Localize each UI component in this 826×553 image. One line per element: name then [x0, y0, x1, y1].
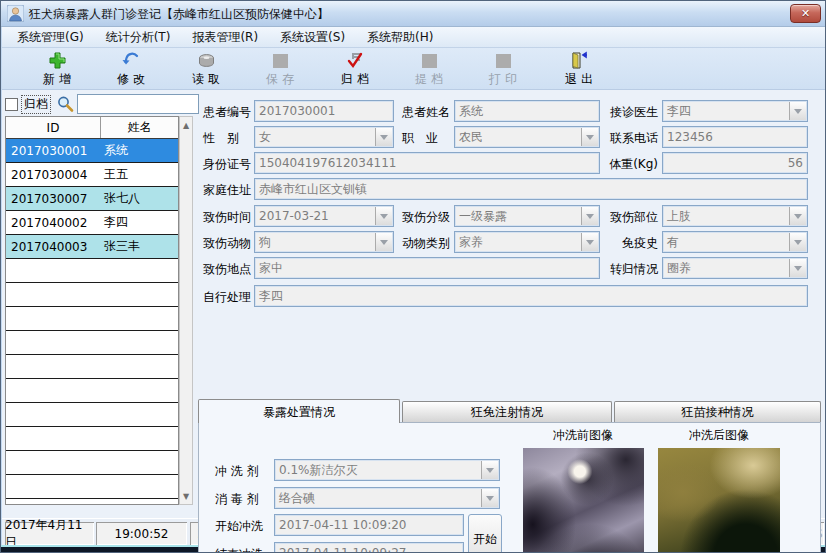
injury-time-select[interactable]: 2017-03-21 [254, 205, 394, 227]
search-icon[interactable] [54, 94, 75, 114]
chevron-down-icon [581, 128, 598, 146]
menu-help[interactable]: 系统帮助(H) [356, 27, 444, 48]
retrieve-icon [419, 51, 439, 70]
table-row[interactable]: 2017030001 系统 [6, 139, 178, 163]
menu-reports[interactable]: 报表管理(R) [181, 27, 269, 48]
empty-row [6, 331, 178, 355]
table-row[interactable]: 2017040003 张三丰 [6, 235, 178, 259]
chevron-down-icon [789, 259, 806, 277]
app-window: 狂犬病暴露人群门诊登记【赤峰市红山区预防保健中心】 ✕ 系统管理(G) 统计分析… [0, 0, 826, 553]
outcome-label: 转归情况 [598, 261, 658, 279]
weight-field[interactable]: 56 [662, 152, 808, 174]
column-header-name[interactable]: 姓名 [101, 117, 178, 138]
before-image-label: 冲洗前图像 [528, 427, 638, 444]
add-button[interactable]: 新 增 [28, 51, 86, 88]
rinse-start-field[interactable]: 2017-04-11 10:09:20 [274, 514, 464, 536]
disinfectant-select[interactable]: 络合碘 [274, 487, 500, 509]
empty-row [6, 307, 178, 331]
gender-label: 性 别 [203, 130, 239, 148]
menu-statistics[interactable]: 统计分析(T) [95, 27, 182, 48]
weight-label: 体重(Kg) [598, 156, 658, 174]
id-card-label: 身份证号 [203, 156, 251, 174]
injury-part-select[interactable]: 上肢 [662, 205, 808, 227]
add-icon [47, 51, 67, 70]
self-treatment-field[interactable]: 李四 [254, 285, 808, 307]
menu-system-management[interactable]: 系统管理(G) [6, 27, 95, 48]
table-scrollbar[interactable]: ▲ ▼ [179, 116, 193, 505]
rinse-start-label: 开始冲洗 [215, 518, 263, 536]
patient-name-field[interactable]: 系统 [454, 100, 600, 122]
injury-animal-select[interactable]: 狗 [254, 231, 394, 253]
retrieve-button: 提 档 [400, 51, 458, 88]
rinse-end-field[interactable]: 2017-04-11 10:09:27 [274, 542, 464, 553]
archive-button[interactable]: 归 档 [326, 51, 384, 88]
empty-row [6, 451, 178, 475]
modify-button[interactable]: 修 改 [102, 51, 160, 88]
injury-place-field[interactable]: 家中 [254, 257, 600, 279]
immunity-select[interactable]: 有 [662, 231, 808, 253]
outcome-select[interactable]: 圈养 [662, 257, 808, 279]
start-rinse-button[interactable]: 开始 [468, 514, 502, 553]
id-card-field[interactable]: 150404197612034111 [254, 152, 600, 174]
empty-row [6, 259, 178, 283]
print-button: 打 印 [474, 51, 532, 88]
animal-type-select[interactable]: 家养 [454, 231, 600, 253]
injury-grade-select[interactable]: 一级暴露 [454, 205, 600, 227]
save-icon [270, 51, 290, 70]
modify-icon [121, 51, 141, 70]
table-row[interactable]: 2017030004 王五 [6, 163, 178, 187]
empty-row [6, 355, 178, 379]
close-button[interactable]: ✕ [790, 4, 821, 23]
window-title: 狂犬病暴露人群门诊登记【赤峰市红山区预防保健中心】 [29, 6, 329, 23]
tab-immunoglobulin-injection[interactable]: 狂免注射情况 [402, 401, 612, 422]
table-row[interactable]: 2017030007 张七八 [6, 187, 178, 211]
toolbar: 新 增 修 改 读 取 保 存 归 档 提 档 [2, 48, 826, 90]
chevron-down-icon [481, 489, 498, 507]
chevron-down-icon [789, 233, 806, 251]
chevron-down-icon [375, 207, 392, 225]
patient-table: ID 姓名 2017030001 系统 2017030004 王五 201703… [5, 116, 179, 505]
tab-exposure-treatment[interactable]: 暴露处置情况 [198, 399, 400, 423]
column-header-id[interactable]: ID [6, 117, 101, 138]
chevron-down-icon [789, 102, 806, 120]
phone-field[interactable]: 123456 [662, 126, 808, 148]
menubar: 系统管理(G) 统计分析(T) 报表管理(R) 系统设置(S) 系统帮助(H) [2, 27, 826, 48]
rinse-agent-label: 冲 洗 剂 [215, 463, 259, 481]
exit-button[interactable]: 退 出 [550, 51, 608, 88]
print-icon [493, 51, 513, 70]
injury-animal-label: 致伤动物 [203, 235, 251, 253]
read-icon [196, 51, 216, 70]
table-header: ID 姓名 [6, 117, 178, 139]
self-treatment-label: 自行处理 [203, 289, 251, 307]
after-rinse-image [658, 448, 780, 553]
injury-grade-label: 致伤分级 [402, 209, 450, 227]
menu-settings[interactable]: 系统设置(S) [269, 27, 356, 48]
patient-id-field[interactable]: 2017030001 [254, 100, 394, 122]
chevron-down-icon [789, 207, 806, 225]
titlebar: 狂犬病暴露人群门诊登记【赤峰市红山区预防保健中心】 ✕ [1, 1, 826, 27]
occupation-select[interactable]: 农民 [454, 126, 600, 148]
read-button[interactable]: 读 取 [177, 51, 235, 88]
rinse-agent-select[interactable]: 0.1%新洁尔灭 [274, 459, 500, 481]
status-date: 2017年4月11日 [5, 522, 94, 545]
scroll-down-icon[interactable]: ▼ [180, 489, 192, 503]
save-button: 保 存 [251, 51, 309, 88]
injury-place-label: 致伤地点 [203, 261, 251, 279]
search-input[interactable] [77, 94, 199, 114]
empty-row [6, 499, 178, 505]
rinse-end-label: 结束冲洗 [215, 546, 263, 553]
tab-vaccine-inoculation[interactable]: 狂苗接种情况 [614, 401, 821, 422]
gender-select[interactable]: 女 [254, 126, 394, 148]
occupation-label: 职 业 [402, 130, 438, 148]
patient-id-label: 患者编号 [203, 104, 251, 122]
empty-row [6, 427, 178, 451]
archive-checkbox[interactable] [5, 98, 18, 111]
phone-label: 联系电话 [598, 130, 658, 148]
scroll-up-icon[interactable]: ▲ [180, 118, 192, 132]
before-rinse-image [523, 448, 644, 553]
table-row[interactable]: 2017040002 李四 [6, 211, 178, 235]
address-field[interactable]: 赤峰市红山区文钏镇 [254, 178, 808, 200]
animal-type-label: 动物类别 [402, 235, 450, 253]
archive-checkbox-label[interactable]: 归档 [21, 95, 51, 114]
doctor-select[interactable]: 李四 [662, 100, 808, 122]
